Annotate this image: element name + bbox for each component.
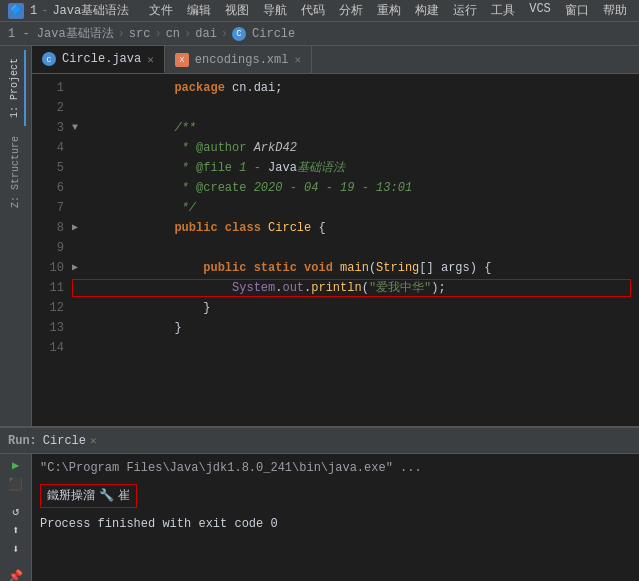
menu-bar: 文件 编辑 视图 导航 代码 分析 重构 构建 运行 工具 VCS 窗口 帮助 [149,2,627,19]
run-stop-button[interactable]: ⬛ [6,477,26,492]
run-sidebar: ▶ ⬛ ↺ ⬆ ⬇ 📌 🖨 [0,454,32,581]
run-highlight-row: 鐵掰操溜 🔧 崔 [40,482,631,510]
breadcrumb-dai[interactable]: dai [195,27,217,41]
breadcrumb-cn[interactable]: cn [166,27,180,41]
run-success-message: Process finished with exit code 0 [40,514,631,534]
breadcrumb: 1 - Java基础语法 › src › cn › dai › C Circle [0,22,639,46]
code-line-13: } [72,318,631,338]
menu-window[interactable]: 窗口 [565,2,589,19]
menu-code[interactable]: 代码 [301,2,325,19]
left-sidebar: 1: Project Z: Structure [0,46,32,426]
run-command: "C:\Program Files\Java\jdk1.8.0_241\bin\… [40,458,631,478]
breadcrumb-file[interactable]: Circle [252,27,295,41]
menu-view[interactable]: 视图 [225,2,249,19]
run-rerun-button[interactable]: ↺ [6,504,26,519]
run-content: ▶ ⬛ ↺ ⬆ ⬇ 📌 🖨 "C:\Program Files\Java\jdk… [0,454,639,581]
app-icon: 🔷 [8,3,24,19]
menu-refactor[interactable]: 重构 [377,2,401,19]
menu-file[interactable]: 文件 [149,2,173,19]
main-area: 1: Project Z: Structure C Circle.java ✕ … [0,46,639,426]
wrench-icon: 🔧 [99,486,114,506]
run-highlight-text2: 崔 [118,486,130,506]
code-line-1: package cn.dai; [72,78,631,98]
code-content: package cn.dai; ▼ /** [72,78,639,422]
breadcrumb-src[interactable]: src [129,27,151,41]
project-title: Java基础语法 [52,2,129,19]
run-highlight-box: 鐵掰操溜 🔧 崔 [40,484,137,508]
run-scroll-up-button[interactable]: ⬆ [6,523,26,538]
run-tab-circle-label: Circle [43,434,86,448]
sidebar-tab-structure[interactable]: Z: Structure [6,128,25,216]
xml-file-icon: X [175,53,189,67]
menu-help[interactable]: 帮助 [603,2,627,19]
title-number: 1 [30,4,37,18]
line-numbers: 1 2 3 4 5 6 7 8 9 10 11 12 13 14 [32,78,72,422]
editor-area: C Circle.java ✕ X encodings.xml ✕ 1 2 3 … [32,46,639,426]
code-line-8: ▶ public class Circle { [72,218,631,238]
tab-encodings-close[interactable]: ✕ [294,53,301,66]
tab-encodings-label: encodings.xml [195,53,289,67]
run-panel: Run: Circle ✕ ▶ ⬛ ↺ ⬆ ⬇ 📌 🖨 "C:\Program … [0,426,639,581]
title-separator: - [41,4,48,18]
run-tab-close[interactable]: ✕ [90,434,97,447]
title-bar: 🔷 1 - Java基础语法 文件 编辑 视图 导航 代码 分析 重构 构建 运… [0,0,639,22]
java-file-icon: C [42,52,56,66]
menu-analyze[interactable]: 分析 [339,2,363,19]
tab-circle-label: Circle.java [62,52,141,66]
run-label: Run: [8,434,37,448]
menu-vcs[interactable]: VCS [529,2,551,19]
run-play-button[interactable]: ▶ [6,458,26,473]
menu-edit[interactable]: 编辑 [187,2,211,19]
tab-circle-java[interactable]: C Circle.java ✕ [32,46,165,73]
run-tab-circle[interactable]: Circle ✕ [43,434,97,448]
tab-bar: C Circle.java ✕ X encodings.xml ✕ [32,46,639,74]
run-scroll-down-button[interactable]: ⬇ [6,542,26,557]
run-pin-button[interactable]: 📌 [6,569,26,581]
sidebar-tab-project[interactable]: 1: Project [5,50,26,126]
code-line-14 [72,338,631,358]
code-editor[interactable]: 1 2 3 4 5 6 7 8 9 10 11 12 13 14 [32,74,639,426]
menu-navigate[interactable]: 导航 [263,2,287,19]
menu-run[interactable]: 运行 [453,2,477,19]
run-output: "C:\Program Files\Java\jdk1.8.0_241\bin\… [32,454,639,581]
run-highlight-text: 鐵掰操溜 [47,486,95,506]
menu-tools[interactable]: 工具 [491,2,515,19]
tab-circle-close[interactable]: ✕ [147,53,154,66]
circle-file-icon: C [232,27,246,41]
tab-encodings-xml[interactable]: X encodings.xml ✕ [165,46,312,73]
menu-build[interactable]: 构建 [415,2,439,19]
breadcrumb-project[interactable]: 1 - Java基础语法 [8,25,114,42]
run-tab-bar: Run: Circle ✕ [0,428,639,454]
